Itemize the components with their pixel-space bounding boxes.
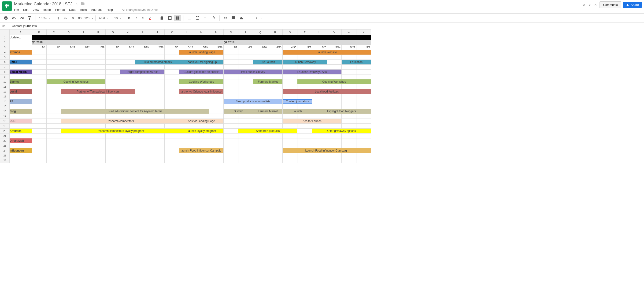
cell-P15[interactable] — [238, 104, 253, 109]
cell-K21[interactable] — [165, 134, 180, 138]
cell-Q4[interactable] — [253, 50, 268, 55]
cell-G17[interactable] — [106, 114, 120, 119]
cell-W25[interactable] — [342, 153, 356, 158]
cell-L21[interactable] — [180, 134, 194, 138]
cell-P6[interactable] — [238, 60, 253, 65]
row-head-1[interactable]: 1 — [0, 35, 10, 40]
cell-F11[interactable] — [91, 84, 106, 89]
date-E[interactable]: 1/22 — [76, 45, 91, 50]
cell-C23[interactable] — [46, 143, 61, 148]
cell-O11[interactable] — [224, 84, 238, 89]
cell-S10[interactable] — [283, 80, 298, 84]
cell-T25[interactable] — [298, 153, 312, 158]
cell-S13[interactable] — [283, 94, 298, 99]
menu-addons[interactable]: Add-ons — [91, 8, 102, 12]
cell-G24[interactable] — [106, 148, 120, 153]
wrap-icon[interactable] — [202, 15, 209, 21]
formula-input[interactable]: Contact journalists — [12, 24, 642, 28]
cell-Q9[interactable] — [253, 74, 268, 80]
category-social[interactable]: Social Media — [10, 70, 32, 74]
bold-icon[interactable]: B — [126, 15, 132, 21]
col-head-R[interactable]: R — [268, 30, 283, 35]
cell-C12[interactable] — [46, 89, 61, 94]
cell-P23[interactable] — [238, 143, 253, 148]
cell-H24[interactable] — [120, 148, 135, 153]
row-head-7[interactable]: 7 — [0, 65, 10, 70]
date-Q[interactable]: 4/16 — [253, 45, 268, 50]
cell-F5[interactable] — [91, 55, 106, 60]
cell-O18[interactable] — [224, 119, 238, 124]
cell-I12[interactable] — [135, 89, 150, 94]
cell-R17[interactable] — [268, 114, 283, 119]
cell-T23[interactable] — [298, 143, 312, 148]
col-head-E[interactable]: E — [76, 30, 91, 35]
cell-R19[interactable] — [268, 124, 283, 128]
cell-Q19[interactable] — [253, 124, 268, 128]
date-R[interactable]: 4/23 — [268, 45, 283, 50]
cell-K4[interactable] — [165, 50, 180, 55]
cell-C19[interactable] — [46, 124, 61, 128]
cell-N19[interactable] — [209, 124, 224, 128]
cell-T17[interactable] — [298, 114, 312, 119]
cell-H4[interactable] — [120, 50, 135, 55]
cell-S7[interactable] — [283, 65, 298, 70]
cell-F25[interactable] — [91, 153, 106, 158]
bar-promos-L[interactable]: Launch Landing Page — [180, 50, 224, 55]
cell-R24[interactable] — [268, 148, 283, 153]
date-F[interactable]: 1/29 — [91, 45, 106, 50]
cell-A9[interactable] — [10, 74, 32, 80]
cell-B23[interactable] — [32, 143, 46, 148]
cell-T21[interactable] — [298, 134, 312, 138]
cell-C7[interactable] — [46, 65, 61, 70]
cell-A11[interactable] — [10, 84, 32, 89]
q1-header[interactable]: Q1 2018: — [32, 40, 224, 45]
cell-M26[interactable] — [194, 158, 209, 163]
cell-L19[interactable] — [180, 124, 194, 128]
cell-G10[interactable] — [106, 80, 120, 84]
cell-D7[interactable] — [61, 65, 76, 70]
row-head-8[interactable]: 8 — [0, 70, 10, 74]
cell-E24[interactable] — [76, 148, 91, 153]
row-head-18[interactable]: 18 — [0, 119, 10, 124]
col-head-U[interactable]: U — [312, 30, 327, 35]
cell-I13[interactable] — [135, 94, 150, 99]
cell-K9[interactable] — [165, 74, 180, 80]
bar-blog-Q[interactable]: Farmers Market — [253, 109, 283, 114]
cell-B7[interactable] — [32, 65, 46, 70]
cell-P17[interactable] — [238, 114, 253, 119]
cell-I7[interactable] — [135, 65, 150, 70]
cell-I23[interactable] — [135, 143, 150, 148]
cell-E22[interactable] — [76, 138, 91, 143]
cell-G6[interactable] — [106, 60, 120, 65]
cell-N26[interactable] — [209, 158, 224, 163]
bar-events-L[interactable]: Cooking Workshops — [180, 80, 224, 84]
cell-L15[interactable] — [180, 104, 194, 109]
row-head-23[interactable]: 23 — [0, 143, 10, 148]
sheets-logo[interactable] — [2, 2, 12, 11]
cell-M11[interactable] — [194, 84, 209, 89]
cell-M17[interactable] — [194, 114, 209, 119]
cell-I5[interactable] — [135, 55, 150, 60]
merge-icon[interactable] — [174, 15, 181, 21]
cell-Q24[interactable] — [253, 148, 268, 153]
cell-E25[interactable] — [76, 153, 91, 158]
cell-Q12[interactable] — [253, 89, 268, 94]
cell-R26[interactable] — [268, 158, 283, 163]
zoom-select[interactable]: 100% — [38, 16, 48, 20]
cell-G14[interactable] — [106, 99, 120, 104]
cell-R25[interactable] — [268, 153, 283, 158]
category-ppc[interactable]: PPC — [10, 119, 32, 124]
cell-E11[interactable] — [76, 84, 91, 89]
cell-M15[interactable] — [194, 104, 209, 109]
cell-V14[interactable] — [327, 99, 342, 104]
cell-M13[interactable] — [194, 94, 209, 99]
row-head-10[interactable]: 10 — [0, 80, 10, 84]
cell-E23[interactable] — [76, 143, 91, 148]
cell-N23[interactable] — [209, 143, 224, 148]
cell-D24[interactable] — [61, 148, 76, 153]
cell-X9[interactable] — [356, 74, 371, 80]
cell-O15[interactable] — [224, 104, 238, 109]
cell-G26[interactable] — [106, 158, 120, 163]
cell-E17[interactable] — [76, 114, 91, 119]
cell-A3[interactable] — [10, 45, 32, 50]
